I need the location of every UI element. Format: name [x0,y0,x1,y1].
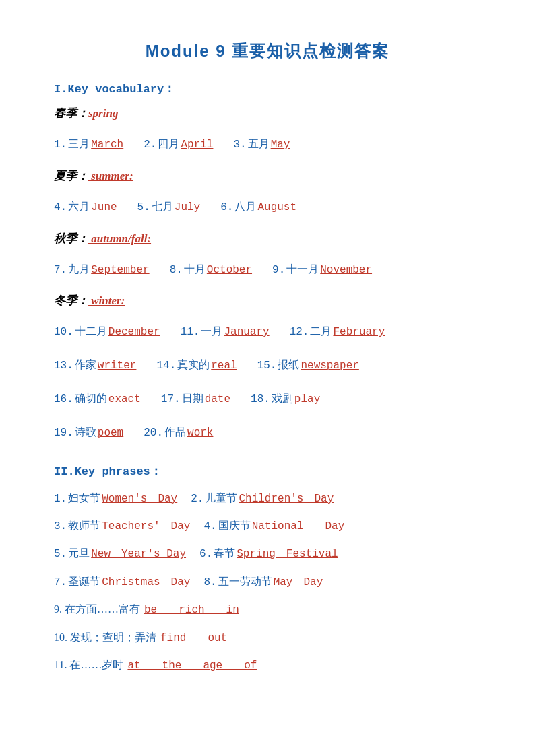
vocab-item-12: 12. 二月 February [290,322,385,342]
autumn-cn: 秋季： [54,232,88,245]
phrase-full-9: 9. 在方面……富有 be rich in [54,599,481,620]
vocab-item-13: 13. 作家 writer [54,355,136,376]
phrase-item-4: 4. 国庆节 National Day [203,516,344,537]
phrase-item-2: 2. 儿童节 Children's Day [191,488,334,509]
vocab-item-4: 4. 六月 June [54,197,117,217]
phrase-item-7: 7. 圣诞节 Christmas Day [54,572,190,592]
vocab-item-7: 7. 九月 September [54,260,150,280]
vocab-item-18: 18. 戏剧 play [251,389,320,409]
vocab-row-5: 13. 作家 writer 14. 真实的 real 15. 报纸 newspa… [54,355,481,376]
vocab-row-3: 7. 九月 September 8. 十月 October 9. 十一月 Nov… [54,260,481,280]
section2: II.Key phrases： 1. 妇女节 Women's Day 2. 儿童… [54,463,481,677]
autumn-label: 秋季： autumn/fall: [54,231,481,246]
vocab-item-17: 17. 日期 date [161,389,230,409]
phrase-item-6: 6. 春节 Spring Festival [199,543,338,564]
phrase-item-1: 1. 妇女节 Women's Day [54,488,177,509]
spring-answer: spring [88,107,118,120]
vocab-item-14: 14. 真实的 real [156,355,237,376]
phrase-item-5: 5. 元旦 New Year's Day [54,543,186,564]
spring-cn: 春季： [54,107,88,120]
phrase-item-3: 3. 教师节 Teachers' Day [54,516,190,537]
vocab-item-8: 8. 十月 October [170,260,252,280]
vocab-row-1: 1. 三月 March 2. 四月 April 3. 五月 May [54,135,481,155]
page-title: Module 9 重要知识点检测答案 [54,40,481,62]
vocab-row-4: 10. 十二月 December 11. 一月 January 12. 二月 F… [54,322,481,342]
winter-answer: winter: [88,294,125,307]
phrase-full-10: 10. 发现；查明；弄清 find out [54,627,481,648]
vocab-item-15: 15. 报纸 newspaper [257,355,359,376]
vocab-item-19: 19. 诗歌 poem [54,423,123,443]
vocab-row-7: 19. 诗歌 poem 20. 作品 work [54,423,481,443]
phrase-item-8: 8. 五一劳动节 May Day [203,572,323,592]
vocab-item-16: 16. 确切的 exact [54,389,141,409]
vocab-row-6: 16. 确切的 exact 17. 日期 date 18. 戏剧 play [54,389,481,409]
vocab-item-20: 20. 作品 work [144,423,213,443]
section1: I.Key vocabulary： 春季：spring 1. 三月 March … [54,81,481,443]
summer-cn: 夏季： [54,170,88,182]
autumn-answer: autumn/fall: [88,232,151,245]
phrase-full-11: 11. 在……岁时 at the age of [54,655,481,676]
phrase-row-1: 1. 妇女节 Women's Day 2. 儿童节 Children's Day [54,488,481,509]
spring-label: 春季：spring [54,106,481,121]
vocab-item-10: 10. 十二月 December [54,322,160,342]
summer-label: 夏季： summer: [54,168,481,184]
winter-label: 冬季： winter: [54,293,481,308]
winter-cn: 冬季： [54,294,88,307]
vocab-item-3: 3. 五月 May [233,135,290,155]
summer-answer: summer: [88,170,133,182]
section2-heading: II.Key phrases： [54,463,481,479]
vocab-item-5: 5. 七月 July [137,197,201,217]
phrase-row-4: 7. 圣诞节 Christmas Day 8. 五一劳动节 May Day [54,572,481,592]
vocab-item-9: 9. 十一月 November [272,260,372,280]
vocab-item-1: 1. 三月 March [54,135,123,155]
vocab-item-2: 2. 四月 April [144,135,213,155]
vocab-item-11: 11. 一月 January [181,322,270,342]
section1-heading: I.Key vocabulary： [54,81,481,96]
phrase-row-3: 5. 元旦 New Year's Day 6. 春节 Spring Festiv… [54,543,481,564]
vocab-item-6: 6. 八月 August [220,197,296,217]
phrase-row-2: 3. 教师节 Teachers' Day 4. 国庆节 National Day [54,516,481,537]
vocab-row-2: 4. 六月 June 5. 七月 July 6. 八月 August [54,197,481,217]
